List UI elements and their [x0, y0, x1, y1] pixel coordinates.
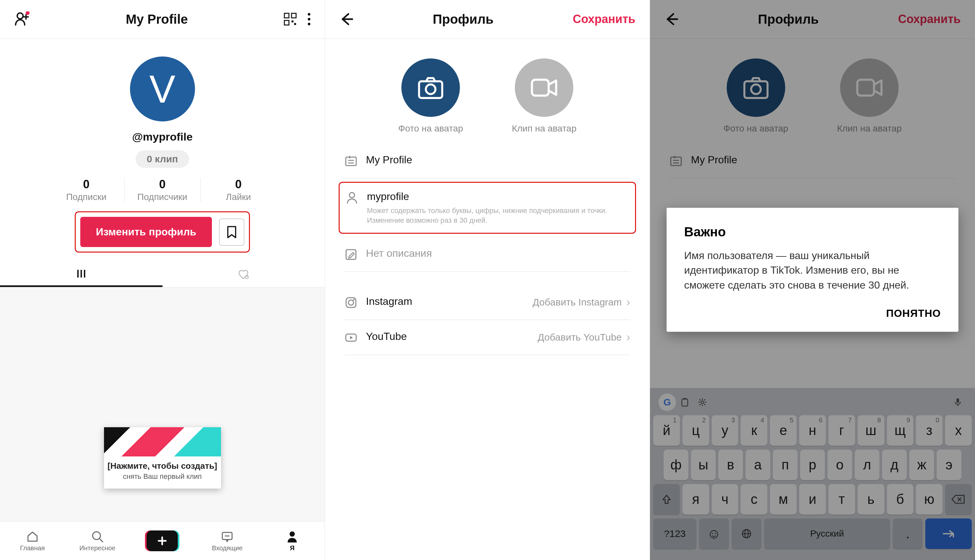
- page-title: Профиль: [433, 12, 494, 27]
- header: My Profile: [0, 0, 324, 39]
- confirm-dialog: Важно Имя пользователя — ваш уникальный …: [667, 208, 958, 332]
- svg-rect-7: [291, 20, 293, 22]
- svg-rect-6: [284, 20, 289, 25]
- feed-empty-area: [Нажмите, чтобы создать] снять Ваш первы…: [0, 288, 324, 521]
- nav-home[interactable]: Главная: [0, 522, 65, 560]
- row-bio[interactable]: Нет описания: [345, 237, 630, 272]
- row-instagram[interactable]: Instagram Добавить Instagram›: [345, 285, 630, 320]
- youtube-icon: [345, 331, 358, 344]
- chevron-right-icon: ›: [626, 330, 630, 344]
- svg-rect-23: [532, 80, 549, 96]
- svg-point-19: [289, 532, 295, 537]
- avatar-photo-option[interactable]: Фото на аватар: [398, 58, 463, 134]
- add-friend-button[interactable]: [14, 12, 30, 27]
- nav-create[interactable]: [130, 522, 195, 560]
- nav-me[interactable]: Я: [260, 522, 324, 560]
- plus-icon: [147, 530, 178, 551]
- dialog-ok-button[interactable]: ПОНЯТНО: [886, 307, 941, 320]
- username: @myprofile: [132, 130, 192, 143]
- person-icon: [346, 191, 358, 204]
- page-title: My Profile: [126, 12, 188, 27]
- chevron-right-icon: ›: [626, 295, 630, 309]
- profile-tabs: [0, 262, 324, 288]
- svg-point-0: [17, 13, 23, 19]
- qr-icon[interactable]: [284, 13, 297, 26]
- svg-rect-8: [294, 23, 296, 25]
- tab-liked[interactable]: [162, 262, 325, 287]
- avatar-clip-circle: [515, 58, 573, 117]
- dialog-title: Важно: [684, 225, 941, 239]
- edit-icon: [345, 248, 358, 261]
- svg-point-31: [348, 300, 354, 305]
- screen-edit-profile-dialog: Профиль Сохранить Фото на аватар Клип на…: [650, 0, 975, 560]
- svg-rect-4: [284, 13, 289, 18]
- stat-following[interactable]: 0 Подписки: [49, 178, 125, 202]
- clip-count-pill[interactable]: 0 клип: [135, 150, 189, 168]
- svg-point-22: [426, 84, 435, 94]
- screen-edit-profile: Профиль Сохранить Фото на аватар Клип на…: [325, 0, 650, 560]
- row-youtube[interactable]: YouTube Добавить YouTube›: [345, 320, 630, 355]
- avatar-photo-circle: [401, 58, 460, 117]
- header: Профиль Сохранить: [325, 0, 650, 39]
- actions-highlight: Изменить профиль: [75, 211, 250, 253]
- save-button[interactable]: Сохранить: [573, 12, 636, 26]
- stats-row: 0 Подписки 0 Подписчики 0 Лайки: [49, 178, 276, 202]
- username-value: myprofile: [367, 190, 629, 203]
- name-card-icon: [345, 155, 358, 168]
- svg-rect-5: [291, 13, 296, 18]
- row-display-name[interactable]: My Profile: [345, 143, 630, 178]
- dialog-body: Имя пользователя — ваш уникальный иденти…: [684, 248, 941, 292]
- svg-point-28: [350, 193, 355, 198]
- avatar-letter: V: [149, 67, 175, 112]
- row-username[interactable]: myprofile Может содержать только буквы, …: [339, 182, 636, 234]
- bottom-nav: Главная Интересное Входящие Я: [0, 521, 324, 560]
- stat-followers[interactable]: 0 Подписчики: [125, 178, 201, 202]
- back-button[interactable]: [339, 12, 354, 26]
- more-menu-icon[interactable]: [308, 13, 310, 25]
- create-clip-tooltip[interactable]: [Нажмите, чтобы создать] снять Ваш первы…: [104, 427, 221, 488]
- edit-profile-button[interactable]: Изменить профиль: [80, 217, 212, 247]
- instagram-icon: [345, 296, 358, 309]
- svg-point-32: [353, 299, 355, 301]
- username-hint: Может содержать только буквы, цифры, ниж…: [367, 206, 629, 225]
- tab-posts[interactable]: [0, 262, 162, 287]
- bookmark-button[interactable]: [219, 218, 244, 246]
- profile-fields-list: My Profile myprofile Может содержать тол…: [325, 143, 650, 355]
- screen-my-profile: My Profile V @myprofile 0 клип 0 Подписк…: [0, 0, 325, 560]
- tooltip-art: [104, 427, 221, 457]
- avatar[interactable]: V: [130, 57, 195, 122]
- avatar-options: Фото на аватар Клип на аватар: [325, 39, 650, 143]
- svg-rect-24: [346, 157, 356, 165]
- avatar-clip-option[interactable]: Клип на аватар: [512, 58, 577, 134]
- stat-likes[interactable]: 0 Лайки: [201, 178, 276, 202]
- nav-inbox[interactable]: Входящие: [195, 522, 260, 560]
- nav-discover[interactable]: Интересное: [65, 522, 130, 560]
- svg-line-14: [99, 538, 103, 542]
